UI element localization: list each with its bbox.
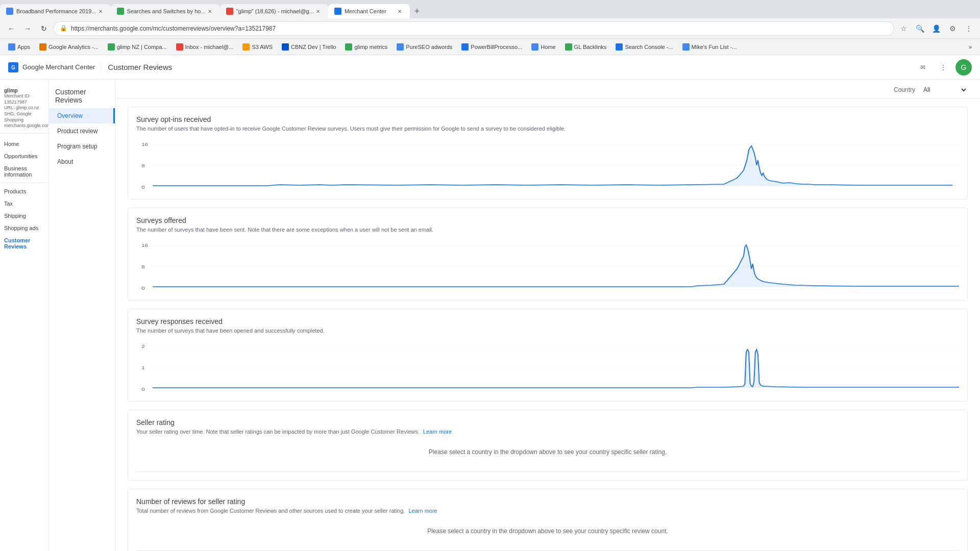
- reviews-for-rating-section: Number of reviews for seller rating Tota…: [128, 489, 968, 551]
- bookmark-label: Apps: [17, 44, 30, 50]
- bookmark-favicon: [176, 43, 183, 51]
- bookmark-powerbill[interactable]: PowerBillProcesso...: [457, 41, 526, 53]
- tab-favicon-merchant: [334, 8, 341, 15]
- tab-merchant-center[interactable]: Merchant Center ✕: [328, 4, 410, 18]
- survey-responses-title: Survey responses received: [136, 317, 959, 325]
- tab-favicon: [6, 8, 13, 15]
- sidebar-item-shipping[interactable]: Shipping: [0, 210, 48, 222]
- reviews-for-rating-learn-more[interactable]: Learn more: [408, 508, 437, 514]
- surveys-offered-section: Surveys offered The number of surveys th…: [128, 208, 968, 300]
- sub-sidebar-item-about[interactable]: About: [49, 154, 115, 169]
- tab-label-broadband: Broadband Performance 2019...: [16, 8, 96, 14]
- bookmark-glimp-metrics[interactable]: glimp metrics: [341, 41, 391, 53]
- more-bookmarks-button[interactable]: »: [965, 41, 976, 53]
- reload-button[interactable]: ↻: [37, 21, 51, 36]
- country-label: Country: [894, 86, 915, 93]
- tab-glimp-email[interactable]: "glimp" (18,626) - michael@g... ✕: [220, 4, 328, 18]
- bookmark-favicon: [39, 43, 46, 51]
- bookmark-label: Inbox - michael@...: [185, 44, 234, 50]
- sidebar-item-home[interactable]: Home: [0, 138, 48, 150]
- optins-svg: 16 8 0: [136, 140, 959, 191]
- new-tab-button[interactable]: +: [410, 4, 424, 18]
- url-bar[interactable]: 🔒 https://merchants.google.com/mc/custom…: [53, 21, 894, 36]
- forward-button[interactable]: →: [20, 21, 35, 36]
- bookmark-pureseo[interactable]: PureSEO adwords: [393, 41, 456, 53]
- bookmark-inbox[interactable]: Inbox - michael@...: [172, 41, 238, 53]
- bookmark-favicon: [616, 43, 623, 51]
- offered-svg: 16 8 0: [136, 241, 959, 292]
- left-sidebar: glimp Merchant ID: 135217987 URL: glimp.…: [0, 80, 49, 551]
- bookmark-label: PowerBillProcesso...: [471, 44, 522, 50]
- tab-label-searches: Searches and Switches by ho...: [127, 8, 206, 14]
- bookmark-favicon: [108, 43, 115, 51]
- sidebar-separator: [0, 183, 48, 183]
- bookmark-label: Mike's Fun List -...: [692, 44, 737, 50]
- survey-optins-section: Survey opt-ins received The number of us…: [128, 107, 968, 199]
- svg-text:G: G: [11, 65, 15, 70]
- sidebar-item-tax[interactable]: Tax: [0, 197, 48, 210]
- bookmark-home[interactable]: Home: [527, 41, 559, 53]
- bookmark-label: Search Console -...: [625, 44, 673, 50]
- bookmarks-bar: Apps Google Analytics -... glimp NZ | Co…: [0, 39, 980, 55]
- bookmark-mikes-fun[interactable]: Mike's Fun List -...: [678, 41, 741, 53]
- tab-close-glimp-email[interactable]: ✕: [314, 7, 322, 15]
- tab-close-broadband[interactable]: ✕: [96, 7, 105, 15]
- sidebar-item-products[interactable]: Products: [0, 185, 48, 197]
- seller-rating-title: Seller rating: [136, 418, 959, 427]
- seller-rating-learn-more[interactable]: Learn more: [423, 429, 452, 435]
- bookmark-favicon: [565, 43, 572, 51]
- notifications-button[interactable]: ✉: [915, 59, 931, 76]
- back-button[interactable]: ←: [4, 21, 18, 36]
- surveys-offered-chart: 16 8 0: [136, 241, 959, 292]
- bookmark-label: Home: [541, 44, 555, 50]
- account-button[interactable]: G: [955, 59, 972, 76]
- svg-text:16: 16: [141, 243, 148, 248]
- svg-text:8: 8: [141, 163, 145, 168]
- google-merchant-icon: G: [8, 62, 18, 72]
- sub-sidebar-item-overview[interactable]: Overview: [49, 108, 115, 123]
- bookmark-label: Google Analytics -...: [48, 44, 99, 50]
- sub-sidebar-item-program-setup[interactable]: Program setup: [49, 139, 115, 154]
- sidebar-item-shopping-ads[interactable]: Shopping ads: [0, 222, 48, 234]
- bookmark-s3-aws[interactable]: S3 AWS: [238, 41, 277, 53]
- bookmark-apps[interactable]: Apps: [4, 41, 34, 53]
- svg-text:8: 8: [141, 264, 145, 269]
- app-header: G Google Merchant Center Customer Review…: [0, 55, 980, 80]
- bookmark-gl-backlinks[interactable]: GL Backlinks: [561, 41, 611, 53]
- responses-svg: 2 1 0: [136, 342, 959, 393]
- sidebar-item-business-info[interactable]: Business information: [0, 162, 48, 181]
- sidebar-item-customer-reviews[interactable]: Customer Reviews: [0, 234, 48, 253]
- extensions-button[interactable]: ⚙: [945, 21, 960, 36]
- bookmark-star-button[interactable]: ☆: [896, 21, 911, 36]
- svg-text:0: 0: [141, 387, 145, 392]
- bookmark-search-console[interactable]: Search Console -...: [611, 41, 677, 53]
- bookmark-favicon: [242, 43, 250, 51]
- bookmark-glimp-nz[interactable]: glimp NZ | Compa...: [104, 41, 171, 53]
- survey-optins-title: Survey opt-ins received: [136, 115, 959, 123]
- sidebar-item-opportunities[interactable]: Opportunities: [0, 150, 48, 162]
- bookmark-label: glimp metrics: [354, 44, 387, 50]
- account-id: Merchant ID: 135217987: [4, 93, 44, 105]
- tab-broadband[interactable]: Broadband Performance 2019... ✕: [0, 4, 111, 18]
- url-text: https://merchants.google.com/mc/customer…: [71, 25, 276, 32]
- more-options-button[interactable]: ⋮: [935, 59, 951, 76]
- svg-marker-8: [153, 146, 959, 186]
- account-url: URL: glimp.co.nz: [4, 105, 44, 111]
- sub-sidebar-item-product-review[interactable]: Product review: [49, 123, 115, 139]
- more-button[interactable]: ⋮: [962, 21, 976, 36]
- reviews-for-rating-title: Number of reviews for seller rating: [136, 497, 959, 506]
- country-select[interactable]: All New Zealand Australia: [921, 86, 968, 94]
- profile-button[interactable]: 👤: [929, 21, 943, 36]
- tab-close-merchant[interactable]: ✕: [396, 7, 404, 15]
- search-button[interactable]: 🔍: [913, 21, 927, 36]
- sidebar-account: glimp Merchant ID: 135217987 URL: glimp.…: [0, 84, 48, 134]
- main-content: Country All New Zealand Australia Survey…: [115, 80, 980, 551]
- tab-searches[interactable]: Searches and Switches by ho... ✕: [111, 4, 220, 18]
- svg-text:16: 16: [141, 142, 148, 147]
- svg-text:1: 1: [141, 365, 145, 370]
- svg-marker-22: [153, 349, 959, 388]
- tab-close-searches[interactable]: ✕: [206, 7, 214, 15]
- seller-rating-message: Please select a country in the dropdown …: [416, 436, 679, 468]
- bookmark-cbnz[interactable]: CBNZ Dev | Trello: [278, 41, 340, 53]
- bookmark-analytics[interactable]: Google Analytics -...: [35, 41, 103, 53]
